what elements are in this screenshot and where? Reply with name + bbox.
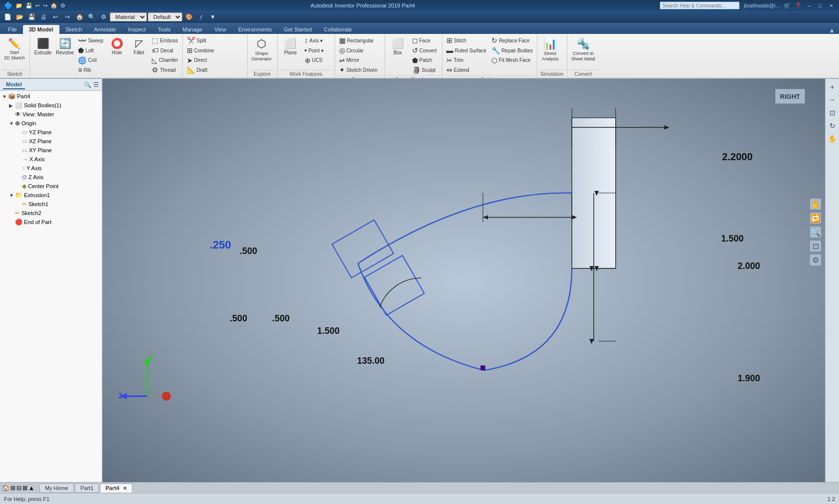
qa-settings[interactable]: ⚙ <box>98 12 109 22</box>
btn-thicken[interactable]: ◫Thicken/ Offset <box>185 75 227 79</box>
tree-item-sketch1[interactable]: ▶ ✏ Sketch1 <box>0 200 102 209</box>
search-input[interactable] <box>660 1 740 9</box>
help-icon[interactable]: ❓ <box>795 2 802 9</box>
nav-zoom-in[interactable]: + <box>827 81 839 93</box>
btn-patch[interactable]: ⬟Patch <box>410 56 440 66</box>
tab-annotate[interactable]: Annotate <box>88 25 122 34</box>
btn-sculpt[interactable]: 🗿Sculpt <box>410 65 440 75</box>
btn-mirror[interactable]: ⇌Mirror <box>337 56 380 66</box>
btn-revolve[interactable]: 🔄 Revolve <box>54 36 76 57</box>
btn-repairbodies[interactable]: 🔧Repair Bodies <box>489 46 535 56</box>
file-icon[interactable]: 📁 <box>15 2 22 9</box>
btn-face[interactable]: ◻Face <box>410 36 440 46</box>
btn-direct[interactable]: ➤Direct <box>185 56 227 66</box>
qa-open[interactable]: 📂 <box>14 12 25 22</box>
tree-item-viewmaster[interactable]: ▶ 👁 View: Master <box>0 110 102 119</box>
btn-box[interactable]: ⬜ Box <box>387 36 409 57</box>
window-close[interactable]: × <box>828 2 835 8</box>
bottom-tab-part4[interactable]: Part4 ✕ <box>100 484 132 493</box>
qa-print[interactable]: 🖨 <box>38 12 49 22</box>
tab-tools[interactable]: Tools <box>152 25 177 34</box>
btn-fitmeshface[interactable]: ⬡Fit Mesh Face <box>489 56 535 66</box>
cart-icon[interactable]: 🛒 <box>784 2 791 9</box>
nav-zoom[interactable]: 🔍 <box>810 227 821 238</box>
window-min[interactable]: – <box>806 2 813 8</box>
appearance-dropdown[interactable]: Default <box>148 12 182 21</box>
qa-formula[interactable]: 𝑓 <box>195 12 206 22</box>
tab-inspect[interactable]: Inspect <box>122 25 151 34</box>
tree-item-yaxis[interactable]: ▶ ↑ Y Axis <box>0 164 102 173</box>
btn-stitch[interactable]: ⊞Stitch <box>444 36 488 46</box>
viewport[interactable]: RIGHT <box>102 79 825 482</box>
nav-pan[interactable]: ✋ <box>810 199 821 210</box>
btn-stressanalysis[interactable]: 📊 Stress Analysis <box>539 36 561 63</box>
tab-manage[interactable]: Manage <box>176 25 208 34</box>
nav-settings2[interactable]: ⚙ <box>810 254 821 265</box>
material-dropdown[interactable]: Material <box>110 12 147 21</box>
qa-save[interactable]: 💾 <box>26 12 37 22</box>
tab-view[interactable]: View <box>208 25 232 34</box>
tab-sketch[interactable]: Sketch <box>59 25 88 34</box>
tree-item-zaxis[interactable]: ▶ ⊙ Z Axis <box>0 173 102 182</box>
qa-redo[interactable]: ↪ <box>62 12 73 22</box>
tree-item-yzplane[interactable]: ▶ ▭ YZ Plane <box>0 128 102 137</box>
qa-color[interactable]: 🎨 <box>183 12 194 22</box>
bt-icon1[interactable]: 🏠 <box>2 485 9 492</box>
btn-rib[interactable]: ≡Rib <box>76 65 106 75</box>
tree-item-centerpoint[interactable]: ▶ ◆ Center Point <box>0 182 102 191</box>
nav-zoom-out[interactable]: − <box>827 94 839 106</box>
tree-item-xyplane[interactable]: ▶ ▭ XY Plane <box>0 146 102 155</box>
bt-icon4[interactable]: ⊠ <box>22 485 27 492</box>
tree-item-solidbodies[interactable]: ▶ ⬜ Solid Bodies(1) <box>0 101 102 110</box>
btn-point[interactable]: •Point ▾ <box>303 46 333 56</box>
btn-extrude[interactable]: ⬛ Extrude <box>32 36 54 57</box>
tab-file[interactable]: File <box>2 25 23 34</box>
btn-shell[interactable]: ◻Shell <box>150 75 180 79</box>
btn-rectangular[interactable]: ▦Rectangular <box>337 36 380 46</box>
bottom-tab-myhome[interactable]: My Home <box>39 484 74 493</box>
qa-undo[interactable]: ↩ <box>50 12 61 22</box>
redo-icon[interactable]: ↪ <box>43 2 47 9</box>
nav-fit[interactable]: ⊡ <box>827 107 839 119</box>
btn-sweep[interactable]: 〰️Sweep <box>76 36 106 46</box>
tree-item-xaxis[interactable]: ▶ → X Axis <box>0 155 102 164</box>
qa-new[interactable]: 📄 <box>2 12 13 22</box>
tab-close-part4[interactable]: ✕ <box>123 486 127 491</box>
nav-orbit[interactable]: 🔁 <box>810 213 821 224</box>
bt-icon5[interactable]: ▲ <box>28 485 34 492</box>
bottom-tab-part1[interactable]: Part1 <box>75 484 99 493</box>
btn-thread[interactable]: ⚙Thread <box>150 65 180 75</box>
tree-item-part4[interactable]: ▼ 📦 Part4 <box>0 92 102 101</box>
btn-circular[interactable]: ◎Circular <box>337 46 380 56</box>
btn-hole[interactable]: ⭕ Hole <box>106 36 128 57</box>
qa-more[interactable]: ▼ <box>207 12 218 22</box>
sidebar-menu[interactable]: ☰ <box>93 81 99 88</box>
btn-plane[interactable]: ⬜ Plane <box>280 36 302 57</box>
btn-emboss[interactable]: ⬚Emboss <box>150 36 180 46</box>
nav-zoomfit[interactable]: ⊡ <box>810 241 821 252</box>
tab-collaborate[interactable]: Collaborate <box>318 25 358 34</box>
btn-coil[interactable]: 🌀Coil <box>76 56 106 66</box>
window-max[interactable]: □ <box>817 2 824 8</box>
qa-zoom[interactable]: 🔍 <box>86 12 97 22</box>
ribbon-expand[interactable]: ▲ <box>827 26 837 34</box>
tab-3dmodel[interactable]: 3D Model <box>23 25 59 34</box>
btn-combine[interactable]: ⊞Combine <box>185 46 227 56</box>
btn-shapegenerator[interactable]: ⬡ Shape Generator <box>250 36 274 63</box>
tree-item-endofpart[interactable]: ▶ 🔴 End of Part <box>0 218 102 227</box>
tree-item-sketch2[interactable]: ▶ ✏ Sketch2 <box>0 209 102 218</box>
btn-start2dsketch[interactable]: ✏️ Start 2D Sketch <box>2 36 27 62</box>
btn-axis[interactable]: ↕Axis ▾ <box>303 36 333 46</box>
home-icon[interactable]: 🏠 <box>50 2 57 9</box>
btn-ruledsurface[interactable]: ▬Ruled Surface <box>444 46 488 56</box>
bt-icon3[interactable]: ⊟ <box>16 485 21 492</box>
btn-sketchdriven[interactable]: ✦Sketch Driven <box>337 65 380 75</box>
btn-extend[interactable]: ⇔Extend <box>444 65 488 75</box>
btn-ucs[interactable]: ⊕UCS <box>303 56 333 66</box>
btn-fillet[interactable]: ◸ Fillet <box>128 36 150 57</box>
undo-icon[interactable]: ↩ <box>35 2 40 9</box>
sidebar-search[interactable]: 🔍 <box>84 81 91 88</box>
btn-chamfer[interactable]: ◺Chamfer <box>150 56 180 66</box>
btn-draft[interactable]: 📐Draft <box>185 65 227 75</box>
btn-loft[interactable]: ⬟Loft <box>76 46 106 56</box>
